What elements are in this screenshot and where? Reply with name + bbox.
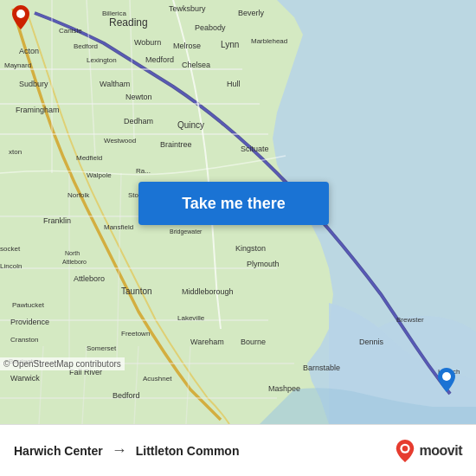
svg-text:Beverly: Beverly	[238, 9, 265, 17]
moovit-logo: moovit	[396, 440, 462, 462]
svg-text:Carlisle: Carlisle	[59, 27, 82, 35]
moovit-pin-icon	[396, 440, 415, 462]
svg-text:Brewster: Brewster	[396, 316, 424, 324]
svg-text:Pawtucket: Pawtucket	[12, 301, 45, 309]
svg-text:Kingston: Kingston	[235, 244, 266, 253]
svg-text:Middleborough: Middleborough	[182, 287, 234, 296]
to-location-label: Littleton Common	[136, 444, 396, 458]
svg-text:Scituate: Scituate	[241, 145, 269, 153]
svg-text:Billerica: Billerica	[102, 10, 127, 17]
svg-text:Walpole: Walpole	[87, 171, 112, 179]
svg-text:North: North	[65, 250, 80, 256]
svg-text:Franklin: Franklin	[43, 216, 71, 225]
svg-text:Westwood: Westwood	[104, 137, 136, 145]
svg-point-87	[442, 372, 451, 381]
svg-point-89	[402, 445, 408, 451]
svg-text:Peabody: Peabody	[195, 23, 226, 32]
svg-text:Mansfield: Mansfield	[104, 223, 133, 231]
svg-text:Lincoln: Lincoln	[0, 262, 22, 270]
svg-text:Somerset: Somerset	[87, 344, 117, 352]
svg-text:Attleboro: Attleboro	[74, 274, 105, 283]
svg-text:Ra...: Ra...	[136, 167, 151, 175]
svg-point-86	[16, 10, 25, 18]
svg-text:Acushnet: Acushnet	[143, 375, 172, 383]
svg-text:Quincy: Quincy	[177, 120, 204, 130]
svg-text:Marblehead: Marblehead	[251, 37, 287, 45]
svg-text:Dennis: Dennis	[359, 338, 384, 346]
svg-text:Barnstable: Barnstable	[303, 363, 340, 372]
svg-text:Newton: Newton	[125, 93, 152, 101]
svg-text:Bourne: Bourne	[241, 338, 266, 346]
svg-text:Providence: Providence	[10, 318, 49, 326]
svg-text:Norfolk: Norfolk	[68, 191, 90, 199]
svg-text:Dedham: Dedham	[124, 117, 153, 125]
svg-text:Warwick: Warwick	[10, 374, 40, 383]
svg-text:Freetown: Freetown	[121, 330, 150, 338]
svg-text:Medford: Medford	[145, 55, 174, 64]
svg-text:Lynn: Lynn	[221, 40, 239, 49]
svg-text:Sudbury: Sudbury	[19, 80, 48, 88]
svg-text:Maynard: Maynard	[4, 61, 31, 69]
svg-text:Medfield: Medfield	[76, 154, 102, 162]
svg-text:Braintree: Braintree	[160, 140, 192, 149]
arrow-right-icon: →	[112, 441, 127, 460]
moovit-brand-text: moovit	[420, 443, 462, 459]
svg-text:Hull: Hull	[227, 80, 241, 88]
osm-credit: © OpenStreetMap contributors	[0, 357, 125, 370]
svg-text:Mashpee: Mashpee	[268, 384, 300, 393]
svg-text:Waltham: Waltham	[100, 80, 130, 88]
svg-text:Bridgewater: Bridgewater	[170, 228, 203, 235]
svg-text:Plymouth: Plymouth	[247, 260, 280, 268]
svg-text:Lakeville: Lakeville	[177, 314, 205, 322]
svg-text:Woburn: Woburn	[134, 38, 161, 47]
svg-text:Attleboro: Attleboro	[62, 259, 87, 265]
svg-text:xton: xton	[9, 148, 22, 156]
svg-text:Wareham: Wareham	[190, 338, 224, 346]
svg-text:Bedford: Bedford	[113, 391, 140, 400]
svg-text:Acton: Acton	[19, 47, 39, 55]
svg-text:Reading: Reading	[109, 16, 148, 29]
svg-text:Framingham: Framingham	[16, 106, 60, 114]
svg-text:Tewksbury: Tewksbury	[169, 4, 206, 13]
bottom-bar: Harwich Center → Littleton Common moovit	[0, 424, 476, 476]
svg-text:Chelsea: Chelsea	[182, 61, 210, 69]
svg-text:Melrose: Melrose	[173, 42, 201, 50]
svg-text:Bedford: Bedford	[74, 42, 98, 50]
svg-text:Lexington: Lexington	[87, 56, 117, 64]
svg-text:socket: socket	[0, 245, 21, 253]
svg-text:Taunton: Taunton	[121, 286, 152, 296]
from-location-label: Harwich Center	[14, 444, 103, 458]
svg-text:Cranston: Cranston	[10, 336, 38, 344]
take-me-there-button[interactable]: Take me there	[138, 182, 329, 225]
map-container: Tewksbury Reading Beverly Billerica Carl…	[0, 0, 476, 424]
